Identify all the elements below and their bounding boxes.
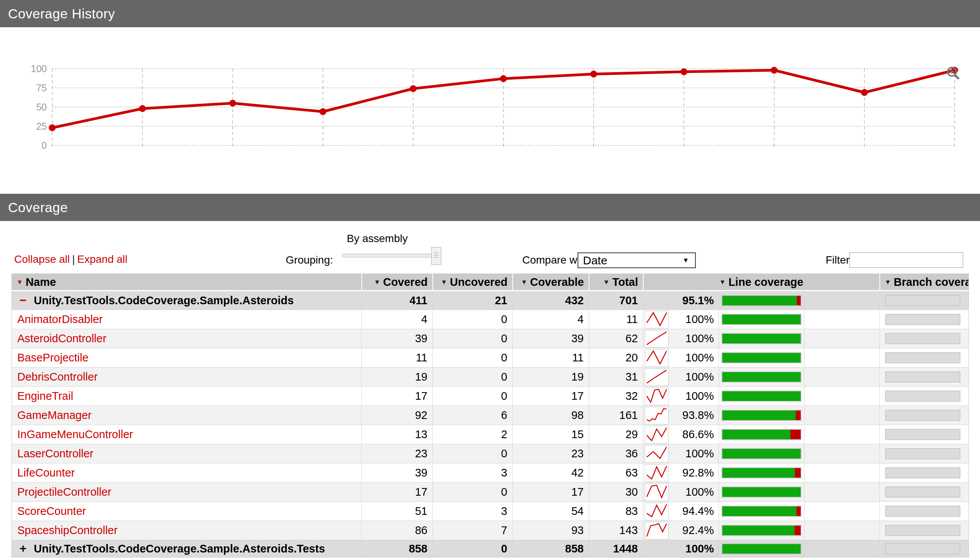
assembly-row: +Unity.TestTools.CodeCoverage.Sample.Ast… <box>12 540 969 557</box>
coverage-history-sparkline <box>645 503 668 520</box>
coverage-table: ▼Name▼Covered▼Uncovered▼Coverable▼Total▼… <box>12 274 969 557</box>
branch-coverage-bar-cell <box>880 406 969 425</box>
branch-coverage-empty-bar <box>885 543 960 554</box>
coverage-history-sparkline <box>645 407 668 424</box>
class-link[interactable]: AnimatorDisabler <box>17 313 103 325</box>
covered-bar-segment <box>722 449 801 458</box>
covered-cell: 86 <box>362 521 433 540</box>
column-header-label: Uncovered <box>450 276 507 288</box>
line-coverage-bar-cell <box>719 444 804 463</box>
class-link[interactable]: ProjectileController <box>17 486 111 498</box>
chart-zoom-icon[interactable] <box>945 66 962 83</box>
compare-with-select[interactable]: Date ▼ <box>577 253 696 268</box>
column-header-covered[interactable]: ▼Covered <box>362 274 433 291</box>
branch-coverage-percent-cell <box>804 387 880 406</box>
class-link[interactable]: ScoreCounter <box>17 505 86 517</box>
assembly-name: Unity.TestTools.CodeCoverage.Sample.Aste… <box>34 294 294 306</box>
class-link[interactable]: BaseProjectile <box>17 351 88 364</box>
grouping-slider-thumb[interactable] <box>431 247 441 265</box>
expand-icon[interactable]: + <box>17 543 29 554</box>
name-cell: −Unity.TestTools.CodeCoverage.Sample.Ast… <box>12 291 362 310</box>
data-point <box>139 105 146 112</box>
coverage-history-sparkline <box>645 311 668 328</box>
filter-input[interactable] <box>849 253 963 268</box>
covered-bar-segment <box>722 296 797 305</box>
branch-coverage-bar-cell <box>880 521 969 540</box>
column-header-uncovered[interactable]: ▼Uncovered <box>433 274 512 291</box>
uncovered-cell: 0 <box>433 444 512 463</box>
y-axis-tick-label: 100 <box>31 63 47 74</box>
line-coverage-bar-cell <box>719 425 804 444</box>
class-link[interactable]: EngineTrail <box>17 390 73 402</box>
coverable-cell: 17 <box>512 387 589 406</box>
covered-cell: 13 <box>362 425 433 444</box>
column-header-line-coverage[interactable]: ▼Line coverage <box>643 274 880 291</box>
coverage-history-titlebar: Coverage History <box>0 0 980 27</box>
name-cell: SpaceshipController <box>12 521 362 540</box>
covered-bar-segment <box>722 410 796 420</box>
grouping-label: Grouping: <box>269 254 333 266</box>
covered-bar-segment <box>722 353 801 362</box>
total-cell: 29 <box>589 425 643 444</box>
line-coverage-bar-cell <box>719 406 804 425</box>
line-coverage-percent: 92.8% <box>682 466 714 479</box>
name-cell: ProjectileController <box>12 483 362 502</box>
line-coverage-bar-cell <box>719 483 804 502</box>
line-coverage-bar-cell <box>719 463 804 483</box>
coverage-title: Coverage <box>8 200 68 215</box>
branch-coverage-bar-cell <box>880 348 969 367</box>
line-coverage-bar <box>721 467 801 478</box>
line-coverage-percent: 92.4% <box>682 524 714 536</box>
coverable-cell: 17 <box>512 483 589 502</box>
uncovered-cell: 0 <box>433 367 512 387</box>
coverage-history-title: Coverage History <box>8 6 115 22</box>
class-link[interactable]: DebrisController <box>17 370 98 383</box>
collapse-all-link[interactable]: Collapse all <box>14 253 70 265</box>
class-row: SpaceshipController8679314392.4% <box>12 521 969 540</box>
line-coverage-percent: 100% <box>685 542 714 555</box>
class-link[interactable]: SpaceshipController <box>17 524 118 536</box>
class-link[interactable]: GameManager <box>17 409 91 421</box>
branch-coverage-empty-bar <box>885 333 960 344</box>
column-header-label: Total <box>612 276 638 288</box>
coverage-history-sparkline <box>645 483 668 501</box>
table-header-row: ▼Name▼Covered▼Uncovered▼Coverable▼Total▼… <box>12 274 969 291</box>
class-row: LifeCounter393426392.8% <box>12 463 969 483</box>
class-link[interactable]: InGameMenuController <box>17 428 133 440</box>
class-link[interactable]: LifeCounter <box>17 466 75 479</box>
line-coverage-percent-cell: 92.8% <box>643 463 719 483</box>
expand-all-link[interactable]: Expand all <box>77 253 128 265</box>
data-point <box>680 68 687 75</box>
class-link[interactable]: AsteroidController <box>17 332 106 344</box>
branch-coverage-empty-bar <box>885 352 960 363</box>
class-row: LaserController2302336100% <box>12 444 969 463</box>
covered-bar-segment <box>722 334 801 343</box>
uncovered-cell: 0 <box>433 540 512 557</box>
line-coverage-bar-cell <box>719 521 804 540</box>
coverage-history-sparkline <box>645 522 668 539</box>
covered-cell: 19 <box>362 367 433 387</box>
branch-coverage-bar-cell <box>880 444 969 463</box>
branch-coverage-percent-cell <box>804 291 880 310</box>
class-link[interactable]: LaserController <box>17 447 93 460</box>
history-line-chart: 1007550250 <box>0 27 980 194</box>
collapse-icon[interactable]: − <box>17 294 29 306</box>
grouping-slider[interactable] <box>342 246 441 265</box>
column-header-name[interactable]: ▼Name <box>12 274 362 291</box>
column-header-total[interactable]: ▼Total <box>589 274 643 291</box>
column-header-label: Line coverage <box>728 276 803 288</box>
branch-coverage-empty-bar <box>885 506 960 517</box>
class-row: DebrisController1901931100% <box>12 367 969 387</box>
sort-arrow-icon: ▼ <box>719 279 726 286</box>
total-cell: 36 <box>589 444 643 463</box>
class-row: BaseProjectile1101120100% <box>12 348 969 367</box>
line-coverage-percent: 100% <box>685 370 714 383</box>
covered-cell: 17 <box>362 387 433 406</box>
grouping-slider-track[interactable] <box>342 254 433 258</box>
total-cell: 83 <box>589 502 643 521</box>
covered-bar-segment <box>722 314 801 324</box>
data-point <box>229 100 236 107</box>
column-header-branch-coverage[interactable]: ▼Branch coverage <box>880 274 969 291</box>
column-header-coverable[interactable]: ▼Coverable <box>512 274 589 291</box>
class-row: GameManager9269816193.8% <box>12 406 969 425</box>
